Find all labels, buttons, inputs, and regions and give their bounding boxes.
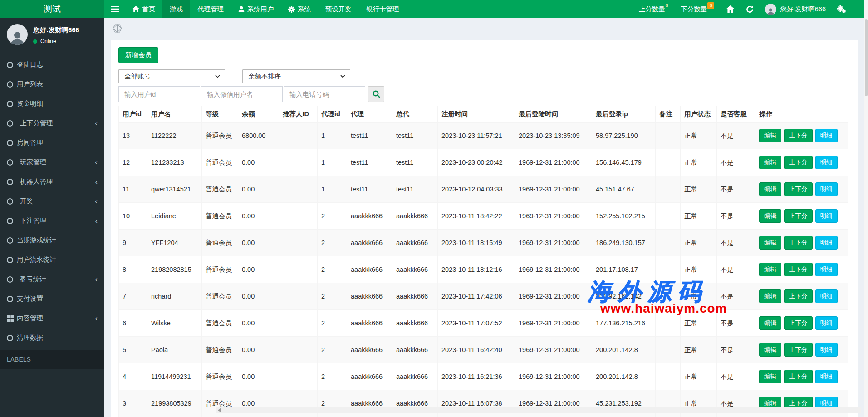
vertical-scrollbar[interactable] (864, 0, 868, 417)
user-icon (238, 6, 245, 12)
edit-button[interactable]: 编辑 (759, 236, 781, 250)
edit-button[interactable]: 编辑 (759, 370, 781, 383)
updown-score-button[interactable]: 上下分 (784, 343, 813, 357)
detail-button[interactable]: 明细 (815, 263, 838, 276)
sidebar-item-room-manage[interactable]: 房间管理 (0, 133, 104, 152)
edit-button[interactable]: 编辑 (759, 343, 781, 357)
account-type-select[interactable]: 全部账号 (118, 69, 225, 83)
user-id-input[interactable] (118, 86, 200, 102)
sidebar-item-label: 上下分管理 (20, 119, 53, 128)
sidebar-item-profit-stats[interactable]: 盈亏统计‹ (0, 270, 104, 289)
nav-item-system[interactable]: 系统 (281, 0, 318, 18)
sidebar-item-player-manage[interactable]: 玩家管理‹ (0, 152, 104, 172)
detail-button[interactable]: 明细 (815, 156, 838, 169)
nav-item-preset-draw[interactable]: 预设开奖 (318, 0, 359, 18)
chevron-left-icon: ‹ (95, 217, 98, 225)
nav-item-agent-manage[interactable]: 代理管理 (190, 0, 231, 18)
updown-score-button[interactable]: 上下分 (784, 289, 813, 303)
cell-balance: 6800.00 (238, 123, 279, 149)
edit-button[interactable]: 编辑 (759, 316, 781, 330)
down-score-counter[interactable]: 下分数量 0 (674, 0, 721, 18)
edit-button[interactable]: 编辑 (759, 263, 781, 276)
sidebar-item-funds-detail[interactable]: 资金明细 (0, 94, 104, 113)
cell-last_login: 1969-12-31 21:00:00 (515, 337, 592, 363)
updown-score-button[interactable]: 上下分 (784, 236, 813, 250)
detail-button[interactable]: 明细 (815, 129, 838, 142)
sidebar-item-user-flow-stats[interactable]: 用户流水统计 (0, 250, 104, 270)
sidebar-item-robot-manage[interactable]: 机器人管理‹ (0, 172, 104, 191)
nav-item-games[interactable]: 游戏 (162, 0, 190, 18)
circle-o-icon (7, 218, 17, 224)
sidebar-item-lottery-draw[interactable]: 开奖‹ (0, 191, 104, 211)
users-table: 用户id用户名等级余额推荐人ID代理id代理总代注册时间最后登陆时间最后登录ip… (118, 106, 848, 417)
avatar[interactable] (7, 24, 28, 45)
cell-last_login: 1969-12-31 21:00:00 (515, 256, 592, 283)
edit-button[interactable]: 编辑 (759, 129, 781, 142)
sidebar-item-label: 当期游戏统计 (17, 236, 56, 245)
phone-number-input[interactable] (284, 86, 365, 102)
cell-last_ip: 200.201.142.8 (592, 337, 656, 363)
cell-reg_time: 2023-10-11 16:21:36 (438, 363, 515, 390)
sidebar-item-content-manage[interactable]: 内容管理‹ (0, 309, 104, 328)
brand-title[interactable]: 测试 (0, 0, 104, 18)
cell-reg_time: 2023-10-11 17:07:52 (438, 310, 515, 337)
detail-button[interactable]: 明细 (815, 209, 838, 223)
sidebar-item-login-logs[interactable]: 登陆日志 (0, 55, 104, 74)
sidebar-item-bet-manage[interactable]: 下注管理‹ (0, 211, 104, 231)
edit-button[interactable]: 编辑 (759, 209, 781, 223)
column-header: 是否客服 (717, 106, 755, 123)
column-header: 用户id (119, 106, 147, 123)
cell-referrer_id (279, 176, 318, 203)
sidebar-item-user-list[interactable]: 用户列表 (0, 74, 104, 94)
wechat-name-input[interactable] (201, 86, 283, 102)
cell-actions: 编辑上下分明细 (755, 283, 848, 310)
gears-icon[interactable] (831, 0, 852, 18)
gem-icon[interactable] (113, 24, 122, 34)
updown-score-button[interactable]: 上下分 (784, 182, 813, 196)
updown-score-button[interactable]: 上下分 (784, 156, 813, 169)
sidebar-item-current-game-stats[interactable]: 当期游戏统计 (0, 231, 104, 250)
updown-score-button[interactable]: 上下分 (784, 129, 813, 142)
updown-score-button[interactable]: 上下分 (784, 316, 813, 330)
nav-item-home[interactable]: 首页 (125, 0, 162, 18)
sidebar-item-updown-manage[interactable]: 上下分管理‹ (0, 113, 104, 133)
circle-o-icon (7, 120, 17, 127)
search-button[interactable] (368, 86, 384, 102)
horizontal-scrollbar[interactable] (216, 407, 861, 413)
home-icon[interactable] (721, 0, 740, 18)
detail-button[interactable]: 明细 (815, 289, 838, 303)
updown-score-button[interactable]: 上下分 (784, 209, 813, 223)
sidebar-item-payment-settings[interactable]: 支付设置 (0, 289, 104, 309)
updown-score-button[interactable]: 上下分 (784, 263, 813, 276)
sidebar-item-label: 资金明细 (17, 99, 43, 108)
sidebar-item-clean-data[interactable]: 清理数据 (0, 328, 104, 348)
detail-button[interactable]: 明细 (815, 182, 838, 196)
detail-button[interactable]: 明细 (815, 236, 838, 250)
scroll-left-arrow-icon[interactable] (218, 408, 221, 412)
users-card: 新增会员 全部账号 余额不排序 (111, 40, 858, 417)
detail-button[interactable]: 明细 (815, 343, 838, 357)
column-header: 操作 (755, 106, 848, 123)
balance-sort-select[interactable]: 余额不排序 (242, 69, 350, 83)
cell-id: 4 (119, 363, 147, 390)
vertical-scrollbar-thumb[interactable] (865, 19, 868, 96)
cell-remark (656, 363, 681, 390)
detail-button[interactable]: 明细 (815, 316, 838, 330)
refresh-icon[interactable] (740, 0, 760, 18)
hamburger-icon[interactable] (104, 0, 125, 18)
up-score-counter[interactable]: 上分数量 0 (633, 0, 675, 18)
sidebar-section-labels: LABELS (0, 350, 104, 369)
edit-button[interactable]: 编辑 (759, 156, 781, 169)
cell-last_login: 1969-12-31 21:00:00 (515, 310, 592, 337)
nav-item-system-users[interactable]: 系统用户 (231, 0, 281, 18)
cell-agent: aaakkk666 (347, 230, 392, 256)
navbar-user-menu[interactable]: 您好:发财啊666 (760, 0, 831, 18)
edit-button[interactable]: 编辑 (759, 289, 781, 303)
nav-item-bank-card-manage[interactable]: 银行卡管理 (359, 0, 407, 18)
add-member-button[interactable]: 新增会员 (118, 47, 158, 63)
edit-button[interactable]: 编辑 (759, 182, 781, 196)
detail-button[interactable]: 明细 (815, 370, 838, 383)
circle-o-icon (7, 296, 17, 302)
cell-balance: 0.00 (238, 176, 279, 203)
updown-score-button[interactable]: 上下分 (784, 370, 813, 383)
